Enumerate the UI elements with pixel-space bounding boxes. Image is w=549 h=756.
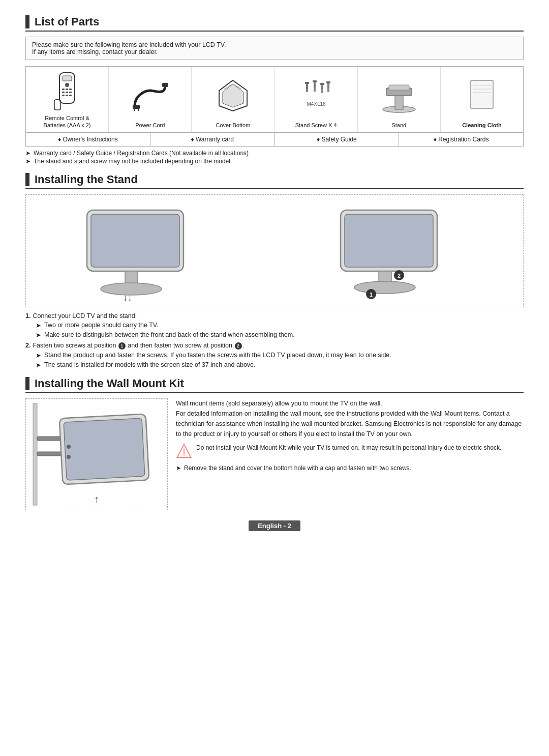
svg-point-72 [184, 455, 185, 456]
step1-sub2: Make sure to distinguish between the fro… [36, 331, 524, 339]
svg-rect-45 [471, 80, 493, 108]
page-number-badge: English - 2 [249, 520, 300, 531]
part-stand-screw: M4XL16 Stand Screw X 4 [275, 67, 358, 132]
list-of-parts-title: List of Parts [25, 15, 524, 32]
remote-icon [28, 72, 106, 112]
parts-notes: Warranty card / Safety Guide / Registrat… [25, 150, 524, 165]
svg-rect-32 [320, 83, 324, 85]
svg-point-68 [67, 455, 71, 459]
wallmount-description: Wall mount items (sold separately) allow… [176, 398, 524, 439]
cover-bottom-label: Cover-Bottom [216, 122, 251, 129]
svg-rect-5 [69, 89, 72, 90]
svg-rect-36 [326, 81, 330, 83]
parts-note-1: Warranty card / Safety Guide / Registrat… [25, 150, 524, 157]
svg-rect-63 [37, 437, 63, 441]
svg-rect-23 [306, 84, 308, 92]
part-remote: Remote Control &Batteries (AAA x 2) [26, 67, 109, 132]
list-of-parts-section: List of Parts Please make sure the follo… [25, 15, 524, 165]
svg-rect-4 [66, 89, 68, 90]
svg-marker-19 [223, 84, 243, 107]
svg-rect-3 [62, 89, 65, 90]
stand-label: Stand [391, 122, 406, 129]
svg-text:2: 2 [397, 273, 400, 279]
svg-rect-14 [133, 105, 140, 109]
stand-screw-icon: M4XL16 [278, 72, 355, 120]
power-cord-label: Power Cord [135, 122, 165, 129]
svg-rect-27 [313, 80, 317, 82]
stand-diagram: ↓↓ 2 1 [25, 194, 524, 307]
installing-stand-section: Installing the Stand ↓↓ 2 [25, 173, 524, 369]
cover-bottom-icon [194, 72, 271, 120]
wallmount-notes: Remove the stand and cover the bottom ho… [176, 463, 524, 473]
svg-rect-62 [33, 403, 37, 505]
installing-wall-mount-section: Installing the Wall Mount Kit ↑ [25, 377, 524, 510]
cleaning-cloth-label: Cleaning Cloth [462, 122, 502, 129]
warning-icon [176, 443, 192, 459]
stand-instructions: 1. Connect your LCD TV and the stand. Tw… [25, 312, 524, 369]
svg-text:↓↓: ↓↓ [123, 293, 132, 302]
svg-rect-13 [56, 99, 58, 100]
svg-rect-22 [305, 82, 309, 84]
parts-intro: Please make sure the following items are… [25, 37, 524, 60]
svg-text:M4XL16: M4XL16 [307, 101, 326, 107]
doc-registration-cards: ♦ Registration Cards [399, 133, 523, 146]
part-cleaning-cloth: Cleaning Cloth [441, 67, 523, 132]
svg-rect-9 [62, 95, 65, 96]
step1-sub1: Two or more people should carry the TV. [36, 322, 524, 329]
svg-rect-17 [162, 83, 168, 87]
svg-rect-44 [389, 85, 409, 90]
doc-safety-guide: ♦ Safety Guide [275, 133, 400, 146]
svg-rect-33 [321, 85, 323, 93]
step1-text: 1. Connect your LCD TV and the stand. [25, 312, 524, 319]
installing-stand-title: Installing the Stand [25, 173, 524, 189]
svg-point-57 [354, 281, 415, 294]
doc-warranty-card: ♦ Warranty card [150, 133, 275, 146]
cleaning-cloth-icon [443, 72, 521, 120]
step2-text: 2. Fasten two screws at position 1 and t… [25, 342, 524, 350]
svg-point-67 [67, 445, 71, 449]
svg-text:1: 1 [369, 292, 372, 298]
doc-owners-instructions: ♦ Owner's Instructions [26, 133, 150, 146]
remote-label: Remote Control &Batteries (AAA x 2) [44, 114, 91, 129]
svg-rect-66 [64, 418, 145, 480]
wallmount-warning: Do not install your Wall Mount Kit while… [176, 443, 524, 459]
parts-grid: Remote Control &Batteries (AAA x 2) Powe… [25, 66, 524, 132]
svg-rect-55 [345, 214, 433, 267]
svg-point-2 [65, 83, 69, 87]
wallmount-content: ↑ Wall mount items (sold separately) all… [25, 398, 524, 510]
svg-rect-7 [66, 92, 68, 93]
svg-rect-6 [62, 92, 65, 93]
stand-screw-label: Stand Screw X 4 [295, 122, 337, 129]
wallmount-note-1: Remove the stand and cover the bottom ho… [176, 463, 524, 473]
part-stand: Stand [358, 67, 441, 132]
step2-sub2: The stand is installed for models with t… [36, 361, 524, 369]
svg-rect-11 [69, 95, 72, 96]
svg-rect-50 [91, 214, 179, 267]
svg-rect-8 [69, 92, 72, 93]
stand-icon [360, 72, 438, 120]
wallmount-text: Wall mount items (sold separately) allow… [176, 398, 524, 510]
power-cord-icon [111, 72, 189, 120]
page-footer: English - 2 [25, 520, 524, 531]
svg-rect-10 [66, 95, 68, 96]
step2-sub1: Stand the product up and fasten the scre… [36, 352, 524, 359]
part-power-cord: Power Cord [109, 67, 192, 132]
parts-note-2: The stand and stand screw may not be inc… [25, 158, 524, 165]
part-cover-bottom: Cover-Bottom [192, 67, 274, 132]
installing-wall-mount-title: Installing the Wall Mount Kit [25, 377, 524, 393]
parts-docs-row: ♦ Owner's Instructions ♦ Warranty card ♦… [25, 132, 524, 147]
svg-text:↑: ↑ [94, 493, 99, 505]
wallmount-diagram: ↑ [25, 398, 168, 510]
warning-text: Do not install your Wall Mount Kit while… [196, 443, 501, 453]
svg-rect-1 [63, 76, 72, 81]
